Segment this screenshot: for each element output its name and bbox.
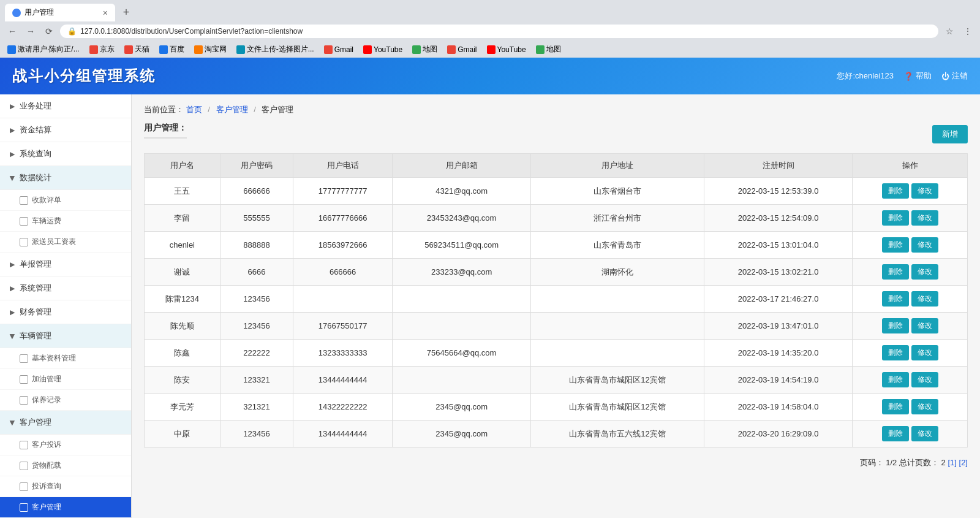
delete-button[interactable]: 删除 (882, 399, 909, 414)
edit-button[interactable]: 修改 (911, 318, 938, 333)
content-area: 当前位置： 首页 / 客户管理 / 客户管理 用户管理： 新增 用户名 用户密码… (132, 94, 980, 518)
bookmark-gmail2[interactable]: Gmail (445, 44, 479, 55)
delete-button[interactable]: 删除 (882, 291, 909, 307)
delete-button[interactable]: 删除 (882, 318, 909, 333)
sidebar-sub-complaint[interactable]: 客户投诉 (0, 435, 131, 455)
chevron-right-icon: ▶ (10, 102, 15, 110)
delete-button[interactable]: 删除 (882, 210, 909, 226)
tab-close-button[interactable]: × (103, 8, 108, 18)
sidebar-sub-delivery-payroll[interactable]: 派送员工资表 (0, 232, 131, 253)
col-header-password: 用户密码 (220, 154, 293, 178)
cell-username: 陈鑫 (145, 340, 221, 367)
sidebar-sub-collections[interactable]: 收款评单 (0, 190, 131, 211)
bookmark-fileupload[interactable]: 文件上传-选择图片... (234, 43, 317, 56)
forward-button[interactable]: → (23, 24, 38, 39)
cell-password: 6666 (220, 259, 293, 286)
new-tab-button[interactable]: + (118, 4, 135, 21)
bookmark-favicon (447, 45, 456, 54)
sidebar-sub-label: 基本资料管理 (32, 353, 76, 364)
cell-reg_time: 2022-03-15 12:53:39.0 (704, 178, 853, 205)
bookmark-label: 地图 (546, 44, 561, 55)
edit-button[interactable]: 修改 (911, 210, 938, 226)
sidebar-sub-basic-info[interactable]: 基本资料管理 (0, 348, 131, 369)
cell-email (393, 313, 531, 340)
bookmark-button[interactable]: ☆ (942, 24, 957, 39)
cell-action: 删除修改 (853, 340, 968, 367)
cell-password: 123456 (220, 313, 293, 340)
pagination-page1[interactable]: [1] (948, 458, 956, 467)
menu-button[interactable]: ⋮ (960, 24, 975, 39)
bookmark-maps1[interactable]: 地图 (410, 43, 440, 56)
cell-address: 山东省青岛市五六线12宾馆 (531, 421, 704, 448)
active-tab[interactable]: 用户管理 × (5, 4, 115, 21)
cell-reg_time: 2022-03-19 14:58:04.0 (704, 394, 853, 421)
bookmark-tianmao[interactable]: 天猫 (122, 43, 152, 56)
sub-item-icon (20, 196, 28, 205)
cell-phone: 17667550177 (293, 313, 393, 340)
bookmark-maps2[interactable]: 地图 (533, 43, 564, 56)
sidebar-sub-complaint-query[interactable]: 投诉查询 (0, 476, 131, 497)
sidebar-sub-client-mgmt[interactable]: 客户管理 (0, 497, 131, 518)
delete-button[interactable]: 删除 (882, 345, 909, 360)
sidebar-label-system: 系统管理 (20, 283, 51, 294)
edit-button[interactable]: 修改 (911, 183, 938, 199)
back-button[interactable]: ← (5, 24, 20, 39)
delete-button[interactable]: 删除 (882, 426, 909, 441)
col-header-username: 用户名 (145, 154, 221, 178)
pagination-current: 1/2 (886, 458, 897, 467)
header-logout-button[interactable]: ⏻ 注销 (941, 70, 968, 82)
bookmark-jiqingyonghu[interactable]: 激请用户·陈向正/... (5, 43, 82, 56)
sidebar-sub-fuel[interactable]: 加油管理 (0, 369, 131, 390)
delete-button[interactable]: 删除 (882, 264, 909, 280)
sidebar-sub-label: 货物配载 (32, 460, 61, 471)
sidebar-item-finance[interactable]: ▶ 资金结算 (0, 118, 131, 142)
cell-reg_time: 2022-03-15 13:01:04.0 (704, 232, 853, 259)
table-row: 李元芳321321143222222222345@qq.com山东省青岛市城阳区… (145, 394, 968, 421)
header-help-button[interactable]: ❓ 帮助 (903, 70, 932, 82)
breadcrumb-current: 客户管理 (262, 105, 293, 114)
edit-button[interactable]: 修改 (911, 291, 938, 307)
breadcrumb-parent[interactable]: 客户管理 (216, 105, 248, 114)
pagination-page2[interactable]: [2] (959, 458, 968, 467)
sidebar-sub-vehicle-cost[interactable]: 车辆运费 (0, 211, 131, 232)
cell-username: 李留 (145, 205, 221, 232)
sidebar-item-statistics[interactable]: ▶ 数据统计 (0, 166, 131, 190)
cell-username: 李元芳 (145, 394, 221, 421)
breadcrumb-home[interactable]: 首页 (186, 105, 202, 114)
edit-button[interactable]: 修改 (911, 426, 938, 441)
bookmark-taobao[interactable]: 淘宝网 (192, 43, 229, 56)
sidebar-item-query[interactable]: ▶ 系统查询 (0, 142, 131, 166)
sidebar-item-system[interactable]: ▶ 系统管理 (0, 276, 131, 300)
bookmark-label: 京东 (100, 44, 115, 55)
edit-button[interactable]: 修改 (911, 372, 938, 387)
url-input[interactable]: 🔒 127.0.0.1:8080/distribution/UserCompla… (60, 25, 938, 38)
bookmark-youtube1[interactable]: YouTube (361, 44, 405, 55)
sidebar-item-business[interactable]: ▶ 业务处理 (0, 94, 131, 118)
sidebar-sub-cargo[interactable]: 货物配载 (0, 455, 131, 476)
cell-username: 陈先顺 (145, 313, 221, 340)
edit-button[interactable]: 修改 (911, 345, 938, 360)
add-button[interactable]: 新增 (932, 125, 968, 143)
bookmark-label: YouTube (374, 45, 402, 54)
sidebar-item-vehicle[interactable]: ▶ 车辆管理 (0, 324, 131, 348)
sidebar-item-order[interactable]: ▶ 单报管理 (0, 253, 131, 276)
delete-button[interactable]: 删除 (882, 237, 909, 253)
sidebar-item-customer[interactable]: ▶ 客户管理 (0, 411, 131, 435)
cell-username: 中原 (145, 421, 221, 448)
bookmark-youtube2[interactable]: YouTube (484, 44, 529, 55)
bookmark-baidu[interactable]: 百度 (157, 43, 187, 56)
delete-button[interactable]: 删除 (882, 372, 909, 387)
cell-username: 陈雷1234 (145, 286, 221, 313)
bookmark-jd[interactable]: 京东 (87, 43, 117, 56)
edit-button[interactable]: 修改 (911, 237, 938, 253)
sidebar-item-financial[interactable]: ▶ 财务管理 (0, 300, 131, 324)
reload-button[interactable]: ⟳ (42, 24, 56, 39)
bookmark-gmail1[interactable]: Gmail (322, 44, 356, 55)
cell-reg_time: 2022-03-15 13:02:21.0 (704, 259, 853, 286)
cell-email: 569234511@qq.com (393, 232, 531, 259)
delete-button[interactable]: 删除 (882, 183, 909, 199)
sidebar-sub-maintenance[interactable]: 保养记录 (0, 390, 131, 411)
edit-button[interactable]: 修改 (911, 399, 938, 414)
cell-action: 删除修改 (853, 259, 968, 286)
edit-button[interactable]: 修改 (911, 264, 938, 280)
